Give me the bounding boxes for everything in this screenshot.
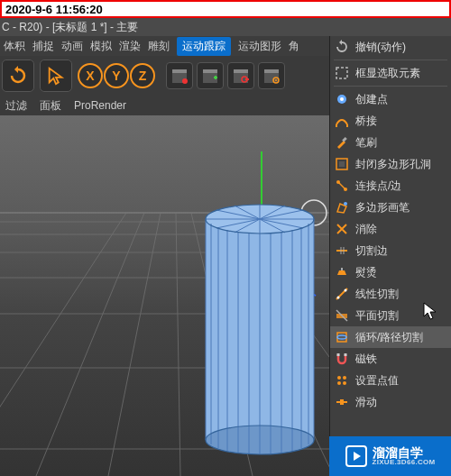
svg-point-72 [344, 202, 347, 206]
vp-menu-filter[interactable]: 过滤 [5, 98, 27, 114]
select-tool-button[interactable] [40, 60, 72, 92]
watermark-brand: 溜溜自学 [373, 446, 436, 459]
take-key-button[interactable] [227, 62, 254, 89]
timestamp-text: 2020-9-6 11:56:20 [5, 3, 103, 16]
viewport-scene [0, 115, 329, 476]
svg-rect-6 [234, 69, 248, 73]
mouse-cursor [423, 302, 437, 322]
viewport-menubar: 过滤 面板 ProRender [0, 96, 329, 115]
watermark-url: ZIXUE.3D66.COM [373, 459, 436, 466]
svg-rect-73 [341, 268, 343, 270]
svg-rect-1 [172, 69, 187, 73]
ctx-item-loop-cut[interactable]: 循环/路径切割 [330, 326, 451, 348]
ctx-item-bridge[interactable]: 桥接 [330, 110, 451, 132]
ctx-item-iron[interactable]: 熨烫 [330, 261, 451, 283]
ctx-item-dissolve[interactable]: 消除 [330, 218, 451, 240]
cylinder-object [206, 205, 314, 454]
ctx-label: 线性切割 [355, 287, 399, 302]
ctx-item-cut-edge[interactable]: 切割边 [330, 240, 451, 261]
ctx-label: 框显选取元素 [355, 66, 420, 81]
svg-rect-87 [340, 399, 344, 405]
menu-tracker[interactable]: 运动跟踪 [177, 37, 231, 56]
svg-rect-68 [339, 161, 345, 167]
svg-point-83 [343, 376, 346, 380]
svg-line-71 [338, 182, 345, 189]
take-add-button[interactable] [197, 62, 224, 89]
cursor-icon [46, 66, 66, 86]
slide-icon [334, 394, 350, 410]
menu-sculpt[interactable]: 雕刻 [148, 39, 170, 54]
ctx-item-undo[interactable]: 撤销(动作) [330, 36, 451, 58]
menu-snap[interactable]: 捕捉 [32, 39, 54, 54]
svg-point-63 [340, 97, 344, 101]
ctx-label: 平面切割 [355, 308, 399, 324]
loop-cut-icon [334, 329, 350, 345]
menu-volume[interactable]: 体积 [4, 39, 25, 54]
poly-pen-icon [334, 199, 350, 215]
ctx-label: 连接点/边 [355, 178, 401, 194]
clapboard-gear-icon [262, 67, 281, 85]
main-toolbar: X Y Z [0, 56, 329, 96]
ctx-item-magnet[interactable]: 磁铁 [330, 348, 451, 370]
menubar: 体积 捕捉 动画 模拟 渲染 雕刻 运动跟踪 运动图形 角 [0, 36, 329, 56]
viewport-3d[interactable] [0, 115, 329, 476]
ctx-separator [334, 86, 447, 87]
dissolve-icon [334, 221, 350, 237]
svg-point-84 [337, 381, 341, 385]
line-cut-icon [334, 286, 350, 302]
undo-button[interactable] [2, 60, 34, 92]
take-buttons [166, 62, 285, 89]
vp-menu-panel[interactable]: 面板 [40, 98, 61, 114]
connect-icon [334, 178, 350, 194]
window-titlebar: C - R20) - [未标题 1 *] - 主要 [0, 18, 451, 36]
svg-rect-4 [203, 69, 217, 73]
bridge-icon [334, 113, 350, 129]
ctx-item-create[interactable]: 创建点 [330, 88, 451, 110]
ctx-item-connect[interactable]: 连接点/边 [330, 175, 451, 197]
ctx-item-poly-pen[interactable]: 多边形画笔 [330, 197, 451, 218]
undo-icon [7, 65, 29, 87]
undo-icon [334, 39, 350, 55]
ctx-label: 熨烫 [355, 265, 377, 280]
context-menu: 撤销(动作)框显选取元素创建点桥接笔刷封闭多边形孔洞连接点/边多边形画笔消除切割… [329, 36, 451, 476]
ctx-label: 撤销(动作) [355, 40, 406, 55]
take-settings-button[interactable] [258, 62, 285, 89]
menu-animation[interactable]: 动画 [61, 39, 83, 54]
ctx-label: 多边形画笔 [355, 200, 410, 215]
axis-toggle-group: X Y Z [78, 63, 155, 88]
svg-point-79 [337, 335, 346, 339]
set-val-icon [334, 372, 350, 389]
svg-point-12 [275, 79, 277, 81]
svg-point-75 [337, 297, 340, 299]
menu-more[interactable]: 角 [289, 39, 299, 54]
ctx-item-set-val[interactable]: 设置点值 [330, 370, 451, 391]
ctx-item-frame[interactable]: 框显选取元素 [330, 62, 451, 84]
ctx-label: 创建点 [355, 92, 388, 107]
svg-rect-66 [342, 137, 347, 142]
brush-icon [334, 134, 350, 151]
menu-mograph[interactable]: 运动图形 [238, 39, 281, 54]
svg-point-76 [345, 289, 347, 292]
menu-simulate[interactable]: 模拟 [90, 39, 112, 54]
ctx-label: 消除 [355, 222, 377, 237]
ctx-item-brush[interactable]: 笔刷 [330, 132, 451, 153]
take-record-button[interactable] [166, 62, 193, 89]
ctx-label: 循环/路径切割 [355, 330, 423, 345]
axis-z-button[interactable]: Z [130, 63, 155, 88]
window-title: C - R20) - [未标题 1 *] - 主要 [2, 20, 138, 35]
clapboard-plus-icon [201, 67, 219, 85]
axis-y-button[interactable]: Y [104, 63, 129, 88]
timestamp-overlay: 2020-9-6 11:56:20 [0, 0, 451, 18]
ctx-separator [334, 60, 447, 60]
ctx-label: 笔刷 [355, 135, 377, 151]
vp-menu-prorender[interactable]: ProRender [74, 99, 126, 112]
axis-x-button[interactable]: X [78, 63, 103, 88]
ctx-item-close-hole[interactable]: 封闭多边形孔洞 [330, 153, 451, 175]
play-icon [345, 445, 367, 467]
ctx-label: 磁铁 [355, 352, 377, 367]
ctx-item-slide[interactable]: 滑动 [330, 391, 451, 413]
ctx-label: 设置点值 [355, 373, 399, 389]
ctx-label: 桥接 [355, 114, 377, 129]
svg-point-2 [182, 78, 188, 84]
menu-render[interactable]: 渲染 [119, 39, 141, 54]
